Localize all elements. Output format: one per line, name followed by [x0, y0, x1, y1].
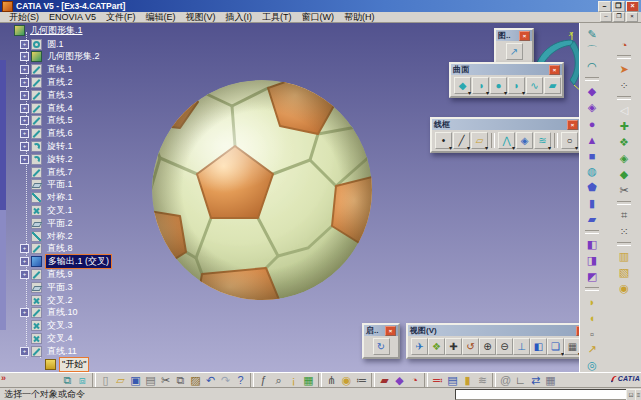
- save-icon[interactable]: ▣: [128, 373, 143, 388]
- tree-expander-icon[interactable]: +: [20, 142, 29, 151]
- tree-item[interactable]: +直线.6: [20, 128, 75, 140]
- projection-icon[interactable]: ⋀▾: [498, 132, 515, 149]
- tip-icon[interactable]: ¡: [286, 373, 301, 388]
- cam-tool-icon[interactable]: ◉: [616, 281, 632, 296]
- dropdown-arrow-icon[interactable]: ▾: [548, 144, 551, 151]
- tree-item[interactable]: +交叉.2: [20, 294, 75, 306]
- toolbar-overflow-chevron[interactable]: »: [1, 373, 6, 383]
- tree-expander-icon[interactable]: +: [20, 78, 29, 87]
- dropdown-arrow-icon[interactable]: ▾: [449, 144, 452, 151]
- tree-expander-icon[interactable]: +: [20, 257, 29, 266]
- extrude-surface-icon[interactable]: ◆▾: [454, 77, 471, 94]
- line-icon[interactable]: ╱▾: [453, 132, 470, 149]
- zoom-in-icon[interactable]: ⊕: [479, 338, 496, 355]
- tree-scrollbar-thumb[interactable]: [0, 60, 6, 210]
- zoom-out-icon[interactable]: ⊖: [496, 338, 513, 355]
- measure-icon[interactable]: ⌗: [616, 208, 632, 223]
- undo-icon[interactable]: ↶: [203, 373, 218, 388]
- tree-expander-icon[interactable]: +: [20, 104, 29, 113]
- dropdown-arrow-icon[interactable]: ▾: [486, 89, 489, 96]
- tree-expander-icon[interactable]: +: [20, 347, 29, 356]
- tree-expander-icon[interactable]: +: [20, 65, 29, 74]
- sphere-icon[interactable]: ●: [584, 116, 600, 131]
- tree-item[interactable]: +"开始": [34, 358, 89, 370]
- tree-expander-icon[interactable]: +: [20, 308, 29, 317]
- tree-expander-icon[interactable]: +: [20, 244, 29, 253]
- options-icon[interactable]: ≔: [354, 373, 369, 388]
- search-icon[interactable]: ⌕: [271, 373, 286, 388]
- tile-windows-icon[interactable]: ⧉: [60, 373, 75, 388]
- mail-icon[interactable]: @: [498, 373, 513, 388]
- fillet-icon[interactable]: ◗: [584, 294, 600, 309]
- tree-item[interactable]: +交叉.1: [20, 204, 75, 216]
- project-3d-icon[interactable]: ◠: [584, 59, 600, 74]
- extrude-icon[interactable]: ◆: [584, 84, 600, 99]
- tree-expander-icon[interactable]: +: [20, 40, 29, 49]
- dropdown-arrow-icon[interactable]: ▾: [485, 144, 488, 151]
- formula-icon[interactable]: ƒ: [256, 373, 271, 388]
- menu-item[interactable]: 工具(T): [257, 12, 297, 22]
- sketcher-icon[interactable]: ✎: [584, 27, 600, 42]
- tree-expander-icon[interactable]: +: [20, 155, 29, 164]
- structure-icon[interactable]: ⋔: [324, 373, 339, 388]
- dropdown-arrow-icon[interactable]: ▾: [512, 144, 515, 151]
- sphere-surface-icon[interactable]: ●▾: [490, 77, 507, 94]
- view-toolbar-titlebar[interactable]: 视图(V) ×: [408, 325, 589, 336]
- tree-item[interactable]: +平面.3: [20, 281, 75, 293]
- link-icon[interactable]: ⇄: [528, 373, 543, 388]
- open-icon[interactable]: ▱: [113, 373, 128, 388]
- tree-expander-icon[interactable]: +: [20, 91, 29, 100]
- tree-expander-icon[interactable]: +: [20, 52, 29, 61]
- mdi-restore-button[interactable]: ❐: [613, 12, 625, 22]
- tree-expander-icon[interactable]: +: [20, 270, 29, 279]
- menu-item[interactable]: ENOVIA V5: [44, 12, 101, 22]
- paint-icon[interactable]: ◔: [616, 37, 632, 52]
- new-window-icon[interactable]: ⧈: [75, 373, 90, 388]
- tree-item[interactable]: +对称.1: [20, 192, 75, 204]
- wireframe-toolbar-titlebar[interactable]: 线框 ×: [432, 119, 580, 130]
- material-icon[interactable]: ◆: [392, 373, 407, 388]
- copy-icon[interactable]: ⧉: [173, 373, 188, 388]
- close-icon[interactable]: ×: [385, 326, 396, 336]
- ruler-icon[interactable]: ≕: [430, 373, 445, 388]
- tree-item[interactable]: +直线.2: [20, 76, 75, 88]
- multi-view-icon[interactable]: ◧: [530, 338, 547, 355]
- tree-item[interactable]: +旋转.1: [20, 140, 75, 152]
- soccer-ball-model[interactable]: [140, 68, 390, 318]
- maximize-button[interactable]: ❐: [612, 1, 625, 12]
- revolve-icon[interactable]: ◈: [584, 100, 600, 115]
- clock-icon[interactable]: ◔: [407, 373, 422, 388]
- tree-item[interactable]: +对称.2: [20, 230, 75, 242]
- fit-all-in-icon[interactable]: ❖: [428, 338, 445, 355]
- point-icon[interactable]: •▾: [435, 132, 452, 149]
- close-icon[interactable]: ×: [519, 31, 530, 41]
- prism-icon[interactable]: ⬟: [584, 180, 600, 195]
- workbench-toolbar-titlebar[interactable]: 图.. ×: [496, 30, 532, 41]
- menu-item[interactable]: 开始(S): [4, 12, 44, 22]
- quick-toolbar-titlebar[interactable]: 启.. ×: [364, 325, 398, 336]
- surface-toolbar-titlebar[interactable]: 曲面 ×: [451, 64, 562, 75]
- tree-item[interactable]: +多输出.1 (交叉): [20, 256, 112, 268]
- box-tool-icon[interactable]: ▥: [616, 249, 632, 264]
- help-icon[interactable]: ?: [233, 373, 248, 388]
- dropdown-arrow-icon[interactable]: ▾: [504, 89, 507, 96]
- iso-view-icon[interactable]: ❏▾: [547, 338, 564, 355]
- mdi-close-button[interactable]: ×: [626, 12, 638, 22]
- workbench-icon[interactable]: ↗: [506, 43, 523, 60]
- cut-icon[interactable]: ✂: [158, 373, 173, 388]
- cube-icon[interactable]: ■: [584, 148, 600, 163]
- tree-item[interactable]: +直线.3: [20, 89, 75, 101]
- circle-icon[interactable]: ○▾: [561, 132, 578, 149]
- pointer-icon[interactable]: ➤: [616, 62, 632, 77]
- tree-item[interactable]: +直线.1: [20, 64, 75, 76]
- split-icon[interactable]: ◩: [584, 269, 600, 284]
- menu-item[interactable]: 帮助(H): [339, 12, 380, 22]
- tree-item[interactable]: +交叉.3: [20, 320, 75, 332]
- box-icon[interactable]: ▰: [584, 212, 600, 227]
- power-input-history-button[interactable]: ≡: [635, 389, 641, 400]
- dropdown-arrow-icon[interactable]: ▾: [467, 144, 470, 151]
- table-icon[interactable]: ▦: [301, 373, 316, 388]
- combine-icon[interactable]: ◈: [516, 132, 533, 149]
- surface-tool-icon[interactable]: ▧: [616, 265, 632, 280]
- menu-item[interactable]: 编辑(E): [141, 12, 181, 22]
